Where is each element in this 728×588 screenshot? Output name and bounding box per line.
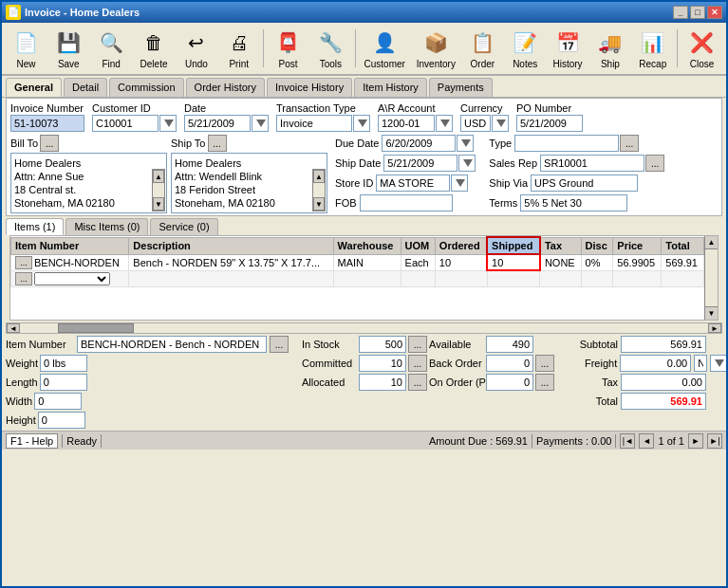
- toolbar-delete-button[interactable]: 🗑 Delete: [134, 25, 175, 72]
- tab-order-history[interactable]: Order History: [186, 78, 265, 97]
- detail-item-number-input[interactable]: [77, 336, 267, 353]
- nav-first-btn[interactable]: |◄: [620, 433, 635, 449]
- scroll-right-btn[interactable]: ►: [708, 323, 721, 333]
- back-order-input[interactable]: [486, 355, 533, 372]
- bill-to-scroll-up[interactable]: ▲: [153, 170, 164, 183]
- ship-to-scroll-up[interactable]: ▲: [313, 170, 325, 183]
- toolbar-history-button[interactable]: 📅 History: [548, 25, 588, 72]
- ar-account-select[interactable]: [436, 115, 453, 132]
- total-input[interactable]: [621, 393, 706, 410]
- table-scroll-up-btn[interactable]: ▲: [705, 236, 718, 249]
- allocated-input[interactable]: [359, 374, 406, 391]
- in-stock-input[interactable]: [359, 336, 406, 353]
- committed-input[interactable]: [359, 355, 406, 372]
- in-stock-ellipsis[interactable]: ...: [408, 336, 427, 353]
- length-input[interactable]: [40, 374, 87, 391]
- items-tab-misc[interactable]: Misc Items (0): [65, 218, 148, 235]
- tab-item-history[interactable]: Item History: [354, 78, 427, 97]
- nav-prev-btn[interactable]: ◄: [639, 433, 654, 449]
- toolbar-post-button[interactable]: 📮 Post: [268, 25, 308, 72]
- ar-account-input[interactable]: [378, 115, 435, 132]
- toolbar-new-button[interactable]: 📄 New: [6, 25, 47, 72]
- toolbar-print-button[interactable]: 🖨 Print: [218, 25, 259, 72]
- due-date-input[interactable]: [382, 135, 456, 152]
- sales-rep-ellipsis-button[interactable]: ...: [645, 155, 664, 172]
- invoice-number-input[interactable]: [10, 115, 84, 132]
- on-order-input[interactable]: [486, 374, 533, 391]
- currency-input[interactable]: [460, 115, 491, 132]
- allocated-ellipsis[interactable]: ...: [408, 374, 427, 391]
- transaction-type-input[interactable]: [276, 115, 352, 132]
- sales-rep-input[interactable]: [540, 155, 644, 172]
- tab-invoice-history[interactable]: Invoice History: [267, 78, 352, 97]
- fob-input[interactable]: [360, 194, 453, 211]
- back-order-ellipsis[interactable]: ...: [535, 355, 554, 372]
- scroll-left-btn[interactable]: ◄: [7, 323, 20, 333]
- tax-input[interactable]: [621, 374, 706, 391]
- freight-n-input[interactable]: [694, 355, 707, 372]
- horizontal-scrollbar[interactable]: ◄ ►: [6, 322, 722, 334]
- toolbar-save-button[interactable]: 💾 Save: [48, 25, 89, 72]
- ship-via-input[interactable]: [531, 175, 638, 192]
- committed-ellipsis[interactable]: ...: [408, 355, 427, 372]
- weight-input[interactable]: [40, 355, 87, 372]
- subtotal-input[interactable]: [621, 336, 706, 353]
- toolbar-recap-button[interactable]: 📊 Recap: [632, 25, 673, 72]
- height-input[interactable]: [38, 412, 85, 429]
- toolbar-close-button[interactable]: ❌ Close: [681, 25, 722, 72]
- close-window-button[interactable]: ✕: [707, 6, 722, 19]
- table-scroll-down-btn[interactable]: ▼: [705, 306, 718, 320]
- row-ellipsis-btn-2[interactable]: ...: [15, 272, 32, 285]
- help-button[interactable]: F1 - Help: [6, 433, 58, 449]
- nav-next-btn[interactable]: ►: [688, 433, 703, 449]
- maximize-button[interactable]: □: [690, 6, 705, 19]
- po-number-input[interactable]: [516, 115, 583, 132]
- ship-to-ellipsis-button[interactable]: ...: [208, 135, 227, 152]
- tab-detail[interactable]: Detail: [64, 78, 107, 97]
- toolbar-ship-button[interactable]: 🚚 Ship: [589, 25, 630, 72]
- items-tab-items[interactable]: Items (1): [6, 218, 64, 235]
- type-ellipsis-button[interactable]: ...: [620, 135, 639, 152]
- freight-input[interactable]: [620, 355, 691, 372]
- bill-to-scroll-down[interactable]: ▼: [153, 197, 164, 211]
- items-tab-service[interactable]: Service (0): [150, 218, 217, 235]
- toolbar-customer-button[interactable]: 👤 Customer: [360, 25, 410, 72]
- terms-input[interactable]: [520, 194, 627, 211]
- transaction-type-select[interactable]: [353, 115, 370, 132]
- freight-select[interactable]: [710, 355, 726, 372]
- type-input[interactable]: [514, 135, 619, 152]
- on-order-ellipsis[interactable]: ...: [535, 374, 554, 391]
- tab-general[interactable]: General: [6, 78, 62, 97]
- empty-row-select[interactable]: [34, 272, 110, 285]
- customer-id-input[interactable]: [92, 115, 159, 132]
- row-ellipsis-button[interactable]: ...: [15, 256, 32, 269]
- ship-date-input[interactable]: [383, 155, 457, 172]
- tab-commission[interactable]: Commission: [109, 78, 184, 97]
- store-id-input[interactable]: [376, 175, 450, 192]
- nav-last-btn[interactable]: ►|: [707, 433, 722, 449]
- toolbar-inventory-label: Inventory: [417, 59, 456, 69]
- ship-date-select[interactable]: [458, 155, 476, 172]
- ship-to-scroll-down[interactable]: ▼: [313, 197, 325, 211]
- detail-item-number-ellipsis[interactable]: ...: [270, 336, 289, 353]
- currency-select[interactable]: [492, 115, 509, 132]
- customer-id-select[interactable]: [159, 115, 177, 132]
- table-row[interactable]: ... BENCH-NORDEN Bench - NORDEN 59" X 13…: [11, 254, 704, 270]
- tab-payments[interactable]: Payments: [429, 78, 493, 97]
- toolbar-tools-button[interactable]: 🔧 Tools: [310, 25, 351, 72]
- available-input[interactable]: [486, 336, 533, 353]
- store-id-select[interactable]: [451, 175, 468, 192]
- toolbar-find-button[interactable]: 🔍 Find: [91, 25, 132, 72]
- date-input[interactable]: [184, 115, 251, 132]
- tax-label: Tax: [566, 377, 618, 388]
- toolbar-order-button[interactable]: 📋 Order: [462, 25, 503, 72]
- toolbar-undo-button[interactable]: ↩ Undo: [176, 25, 216, 72]
- bill-to-ellipsis-button[interactable]: ...: [40, 135, 59, 152]
- minimize-button[interactable]: _: [673, 6, 688, 19]
- width-input[interactable]: [34, 393, 82, 410]
- date-select[interactable]: [252, 115, 269, 132]
- terms-label: Terms: [489, 197, 517, 209]
- due-date-select[interactable]: [457, 135, 474, 152]
- toolbar-inventory-button[interactable]: 📦 Inventory: [412, 25, 460, 72]
- toolbar-notes-button[interactable]: 📝 Notes: [505, 25, 546, 72]
